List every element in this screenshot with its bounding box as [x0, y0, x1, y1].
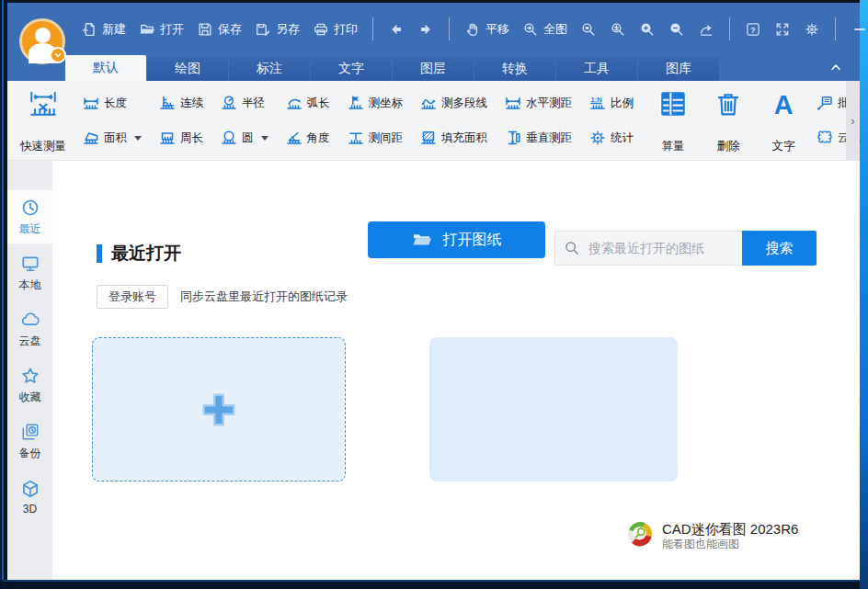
zoom-in-button[interactable]	[635, 17, 659, 41]
open-button[interactable]: 打开	[135, 17, 188, 41]
search-bar: 搜索	[554, 231, 817, 266]
ribbon-delete-button[interactable]: 删除	[704, 81, 752, 160]
tab-tools[interactable]: 工具	[556, 57, 637, 81]
search-box	[554, 231, 742, 266]
cloud-icon	[20, 310, 40, 330]
tab-text[interactable]: 文字	[311, 57, 392, 81]
ribbon-scale-button[interactable]: 1:N比例	[587, 87, 635, 119]
sidebar-label-recent: 最近	[19, 221, 41, 237]
brand-slogan: 能看图也能画图	[662, 538, 798, 551]
tab-library[interactable]: 图库	[638, 57, 719, 81]
search-button[interactable]: 搜索	[742, 231, 817, 266]
ribbon-text-tool-button[interactable]: A文字	[760, 81, 807, 160]
open-label: 打开	[160, 21, 184, 38]
login-button[interactable]: 登录账号	[97, 285, 168, 309]
minimize-button[interactable]	[847, 18, 868, 40]
ribbon-column: 1:N比例统计	[580, 81, 642, 160]
sidebar-item-backup[interactable]: 备份	[7, 414, 52, 468]
new-label: 新建	[102, 21, 126, 38]
folder-open-icon	[139, 21, 155, 38]
hatch-icon	[419, 129, 438, 147]
sidebar-item-favorites[interactable]: 收藏	[7, 358, 52, 412]
toolbar-separator	[449, 17, 450, 40]
circle-label: 圆	[242, 130, 254, 146]
open-drawing-label: 打开图纸	[443, 231, 502, 250]
ribbon-quick-measure-button[interactable]: 快速测量	[13, 81, 74, 160]
tab-annotate[interactable]: 标注	[229, 57, 310, 81]
scale-icon: 1:N	[588, 94, 607, 112]
tab-draw[interactable]: 绘图	[147, 57, 228, 81]
save-button[interactable]: 保存	[193, 17, 246, 41]
ribbon-radius-button[interactable]: 半径	[218, 87, 270, 119]
collapse-ribbon-button[interactable]	[825, 57, 847, 77]
ribbon-calc-quantity-button[interactable]: 算量	[649, 81, 697, 160]
back-button[interactable]	[384, 17, 408, 41]
search-icon	[564, 240, 580, 256]
gear-icon	[804, 21, 820, 38]
area-label: 面积	[104, 130, 127, 146]
radius-label: 半径	[242, 96, 265, 111]
zoom-extents-button[interactable]: 全图	[519, 17, 571, 41]
tab-default[interactable]: 默认	[65, 55, 146, 81]
search-input[interactable]	[554, 231, 742, 266]
open-drawing-button[interactable]: 打开图纸	[368, 221, 545, 258]
zoom-window-button[interactable]	[577, 17, 600, 41]
statistics-label: 统计	[611, 130, 634, 146]
sidebar-label-favorites: 收藏	[19, 390, 41, 405]
ribbon-more-button[interactable]: ›	[846, 81, 860, 160]
help-button[interactable]: ?	[741, 17, 765, 41]
share-button[interactable]	[694, 17, 718, 41]
sidebar-item-cloud-drive[interactable]: 云盘	[7, 302, 52, 356]
tab-convert[interactable]: 转换	[474, 57, 555, 81]
zoom-out-button[interactable]	[665, 17, 689, 41]
ribbon-measure-coordinate-button[interactable]: 测坐标	[345, 87, 405, 119]
ribbon-arc-length-button[interactable]: 弧长	[283, 87, 332, 119]
heading-accent-bar	[97, 244, 102, 263]
ribbon-measure-gap-button[interactable]: 测间距	[345, 122, 405, 153]
hdist-icon	[504, 94, 522, 112]
ribbon-column: 测坐标测间距	[338, 81, 412, 160]
ribbon-vertical-distance-button[interactable]: 垂直测距	[502, 122, 574, 153]
login-row: 登录账号 同步云盘里最近打开的图纸记录	[97, 285, 348, 309]
brand-text: CAD迷你看图 2023R6 能看图也能画图	[662, 521, 798, 551]
ribbon-area-button[interactable]: 面积	[80, 122, 143, 153]
sidebar-item-recent[interactable]: 最近	[7, 190, 52, 244]
ribbon-circle-button[interactable]: 圆	[218, 122, 270, 153]
ribbon-perimeter-button[interactable]: 周长	[156, 122, 205, 153]
forward-button[interactable]	[414, 17, 438, 41]
printer-icon	[313, 21, 329, 38]
brand-name: CAD迷你看图 2023R6	[662, 521, 798, 538]
ribbon-measure-polyline-button[interactable]: 测多段线	[417, 87, 489, 119]
ribbon-fill-area-button[interactable]: 填充面积	[417, 122, 489, 153]
zoom-dynamic-button[interactable]	[606, 17, 630, 41]
print-button[interactable]: 打印	[309, 17, 361, 41]
pan-button[interactable]: 平移	[461, 17, 513, 41]
dropdown-caret-icon[interactable]	[261, 136, 268, 141]
user-avatar[interactable]	[19, 18, 65, 64]
ribbon-angle-button[interactable]: 角度	[283, 122, 332, 153]
calc-quantity-label: 算量	[662, 139, 685, 154]
dropdown-caret-icon[interactable]	[134, 136, 142, 141]
share-icon	[698, 21, 714, 38]
body-row: 最近本地云盘收藏备份3D 最近打开 打开图纸	[7, 161, 860, 580]
sidebar-item-local[interactable]: 本地	[7, 246, 52, 300]
new-button[interactable]: 新建	[77, 17, 130, 41]
sidebar-item-3d[interactable]: 3D	[7, 470, 52, 524]
ribbon-statistics-button[interactable]: 统计	[587, 122, 635, 153]
titlebar-tools: 新建打开保存另存打印平移全图?	[77, 17, 860, 41]
minimize-icon	[852, 22, 867, 37]
ribbon-horizontal-distance-button[interactable]: 水平测距	[502, 87, 574, 119]
hand-icon	[464, 21, 481, 38]
continuous-icon	[158, 94, 177, 112]
add-drawing-card[interactable]	[92, 337, 346, 481]
save-as-button[interactable]: 另存	[251, 17, 303, 41]
vertical-distance-label: 垂直测距	[526, 130, 572, 146]
tab-layers[interactable]: 图层	[393, 57, 474, 81]
save-as-icon	[255, 21, 271, 38]
mag-minus-icon	[668, 21, 685, 38]
settings-button[interactable]	[800, 17, 824, 41]
ribbon-continuous-button[interactable]: 连续	[156, 87, 205, 119]
cube-icon	[20, 479, 40, 499]
ribbon-length-button[interactable]: 长度	[80, 87, 143, 119]
fullscreen-button[interactable]	[771, 17, 794, 41]
